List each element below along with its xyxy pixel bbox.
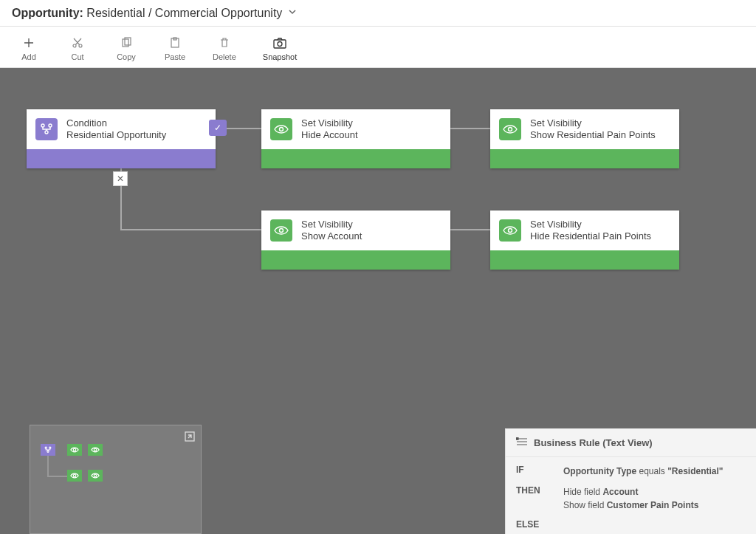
svg-rect-23: [516, 438, 518, 439]
node-footer: [27, 149, 216, 168]
text-view-title: Business Rule (Text View): [534, 437, 653, 448]
svg-point-10: [45, 131, 48, 134]
node-title: Set Visibility: [301, 219, 362, 230]
label: Cut: [71, 52, 83, 61]
node-subtitle: Show Account: [301, 230, 362, 242]
mm-connector: [47, 455, 49, 477]
node-footer: [490, 250, 679, 270]
svg-point-20: [94, 448, 96, 451]
node-title: Condition: [66, 117, 166, 129]
label: Paste: [165, 52, 185, 61]
node-footer: [261, 149, 450, 168]
mm-condition: [41, 444, 55, 456]
designer-canvas[interactable]: ✕ Condition Residential Opportunity ✓: [0, 68, 756, 534]
toolbar: Add Cut Copy Paste: [0, 27, 756, 68]
expand-icon[interactable]: [183, 430, 196, 443]
label: Copy: [117, 52, 136, 61]
add-button[interactable]: Add: [18, 36, 40, 61]
copy-icon: [120, 36, 133, 49]
clipboard-icon: [168, 36, 182, 49]
svg-point-12: [509, 128, 512, 131]
condition-node[interactable]: Condition Residential Opportunity ✓: [27, 109, 216, 168]
connector: [450, 229, 490, 230]
visibility-icon: [499, 219, 521, 242]
svg-point-8: [41, 124, 44, 127]
paste-button[interactable]: Paste: [164, 36, 186, 61]
svg-point-11: [280, 128, 284, 131]
trash-icon: [218, 36, 231, 49]
node-subtitle: Hide Residential Pain Points: [530, 230, 651, 242]
visibility-icon: [270, 219, 292, 242]
svg-point-16: [45, 447, 47, 448]
node-title: Set Visibility: [530, 117, 656, 129]
node-subtitle: Residential Opportunity: [66, 129, 166, 141]
svg-point-22: [94, 474, 96, 476]
node-body: Condition Residential Opportunity: [27, 109, 216, 149]
node-subtitle: Show Residential Pain Points: [530, 129, 656, 141]
svg-point-17: [49, 447, 51, 448]
snapshot-button[interactable]: Snapshot: [263, 36, 297, 61]
connector: [120, 229, 261, 230]
svg-point-14: [509, 229, 512, 233]
svg-point-21: [73, 474, 75, 476]
camera-icon: [273, 36, 286, 49]
connector: [450, 128, 490, 129]
action-node-hide-account[interactable]: Set Visibility Hide Account: [261, 109, 450, 168]
svg-point-18: [47, 451, 49, 452]
svg-point-19: [73, 448, 75, 451]
action-node-hide-res-pain[interactable]: Set Visibility Hide Residential Pain Poi…: [490, 210, 679, 270]
check-icon: ✓: [214, 123, 221, 133]
then-label: THEN: [516, 485, 563, 512]
visibility-icon: [270, 118, 292, 140]
node-footer: [261, 250, 450, 270]
delete-button[interactable]: Delete: [213, 36, 236, 61]
node-body: Set Visibility Hide Residential Pain Poi…: [490, 210, 679, 250]
if-expression: Opportunity Type equals "Residential": [563, 465, 746, 478]
svg-rect-6: [274, 40, 286, 48]
action-node-show-res-pain[interactable]: Set Visibility Show Residential Pain Poi…: [490, 109, 679, 168]
business-rule-text-view: Business Rule (Text View) IF Opportunity…: [505, 428, 756, 534]
mm-action: [88, 444, 103, 456]
x-icon: ✕: [117, 174, 124, 184]
svg-point-0: [73, 44, 76, 47]
svg-point-1: [79, 44, 82, 47]
true-branch-icon[interactable]: ✓: [209, 120, 227, 136]
node-body: Set Visibility Hide Account: [261, 109, 450, 149]
node-title: Set Visibility: [301, 117, 358, 129]
label: Delete: [213, 52, 236, 61]
node-title: Set Visibility: [530, 219, 651, 230]
cut-button[interactable]: Cut: [66, 36, 89, 61]
mm-action: [88, 470, 103, 482]
mm-action: [67, 444, 82, 456]
copy-button[interactable]: Copy: [115, 36, 137, 61]
plus-icon: [22, 36, 35, 49]
node-subtitle: Hide Account: [301, 129, 358, 141]
text-view-body: IF Opportunity Type equals "Residential"…: [506, 457, 756, 534]
minimap[interactable]: [30, 425, 202, 534]
svg-point-13: [280, 229, 284, 233]
condition-icon: [35, 118, 58, 140]
label: Add: [21, 52, 36, 61]
node-footer: [490, 149, 679, 168]
if-label: IF: [516, 465, 563, 478]
mm-action: [67, 470, 82, 482]
page-title[interactable]: Opportunity: Residential / Commercial Op…: [12, 7, 282, 20]
entity-prefix: Opportunity:: [12, 7, 83, 19]
action-node-show-account[interactable]: Set Visibility Show Account: [261, 210, 450, 270]
text-view-header[interactable]: Business Rule (Text View): [506, 429, 756, 457]
svg-point-7: [278, 41, 282, 46]
chevron-down-icon[interactable]: [288, 7, 297, 18]
mm-connector: [47, 476, 69, 477]
page-header: Opportunity: Residential / Commercial Op…: [0, 0, 756, 27]
node-body: Set Visibility Show Account: [261, 210, 450, 250]
else-label: ELSE: [516, 519, 563, 530]
else-branch-icon[interactable]: ✕: [113, 171, 128, 186]
visibility-icon: [499, 118, 521, 140]
node-body: Set Visibility Show Residential Pain Poi…: [490, 109, 679, 149]
scissors-icon: [71, 36, 84, 49]
label: Snapshot: [263, 52, 297, 61]
rule-icon: [516, 437, 528, 449]
rule-name: Residential / Commercial Opportunity: [86, 7, 282, 19]
then-actions: Hide field Account Show field Customer P…: [563, 485, 746, 512]
svg-point-9: [49, 124, 52, 127]
